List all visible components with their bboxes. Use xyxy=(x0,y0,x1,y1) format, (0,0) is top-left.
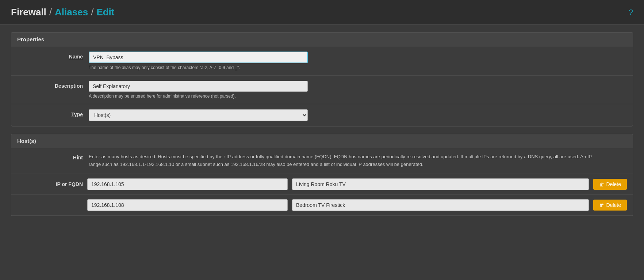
description-label: Description xyxy=(17,81,83,89)
description-hint: A description may be entered here for ad… xyxy=(89,94,352,99)
delete-label-1: Delete xyxy=(606,181,621,187)
type-select[interactable]: Host(s) Network(s) Port(s) URL URL Table… xyxy=(89,109,308,121)
trash-icon-2: 🗑 xyxy=(599,202,604,208)
type-row: Type Host(s) Network(s) Port(s) URL URL … xyxy=(11,104,633,126)
breadcrumb-edit-link[interactable]: Edit xyxy=(96,7,114,18)
description-input[interactable] xyxy=(89,81,308,92)
hint-row: Hint Enter as many hosts as desired. Hos… xyxy=(11,148,633,174)
name-label: Name xyxy=(17,52,83,60)
breadcrumb-aliases-link[interactable]: Aliases xyxy=(55,7,88,18)
delete-label-2: Delete xyxy=(606,202,621,208)
trash-icon-1: 🗑 xyxy=(599,181,604,187)
ip-desc-input-2[interactable] xyxy=(292,199,589,211)
properties-section-header: Properties xyxy=(11,33,633,46)
hint-label: Hint xyxy=(17,153,83,160)
name-content: The name of the alias may only consist o… xyxy=(89,52,627,70)
ip-row-2: 🗑 Delete xyxy=(11,195,633,216)
type-content: Host(s) Network(s) Port(s) URL URL Table… xyxy=(89,109,627,121)
breadcrumb-sep1: / xyxy=(49,7,52,18)
name-input[interactable] xyxy=(89,52,308,63)
hosts-card: Host(s) Hint Enter as many hosts as desi… xyxy=(11,134,633,216)
description-row: Description A description may be entered… xyxy=(11,76,633,104)
type-label: Type xyxy=(17,109,83,117)
name-hint: The name of the alias may only consist o… xyxy=(89,65,352,70)
delete-button-2[interactable]: 🗑 Delete xyxy=(593,200,627,211)
description-content: A description may be entered here for ad… xyxy=(89,81,627,99)
breadcrumb-root: Firewall xyxy=(11,7,46,18)
hint-text: Enter as many hosts as desired. Hosts mu… xyxy=(89,153,600,169)
hosts-section-header: Host(s) xyxy=(11,134,633,148)
ip-input-1[interactable] xyxy=(87,178,288,190)
breadcrumb-sep2: / xyxy=(91,7,93,18)
header: Firewall / Aliases / Edit ? xyxy=(0,0,644,25)
ip-row-1: IP or FQDN 🗑 Delete xyxy=(11,174,633,195)
main-content: Properties Name The name of the alias ma… xyxy=(0,25,644,231)
ip-fqdn-label-1: IP or FQDN xyxy=(17,181,83,187)
properties-card: Properties Name The name of the alias ma… xyxy=(11,32,633,126)
name-row: Name The name of the alias may only cons… xyxy=(11,46,633,76)
ip-desc-input-1[interactable] xyxy=(292,178,589,190)
delete-button-1[interactable]: 🗑 Delete xyxy=(593,179,627,190)
ip-input-2[interactable] xyxy=(87,199,288,211)
breadcrumb: Firewall / Aliases / Edit xyxy=(11,7,114,18)
help-icon[interactable]: ? xyxy=(629,8,633,17)
